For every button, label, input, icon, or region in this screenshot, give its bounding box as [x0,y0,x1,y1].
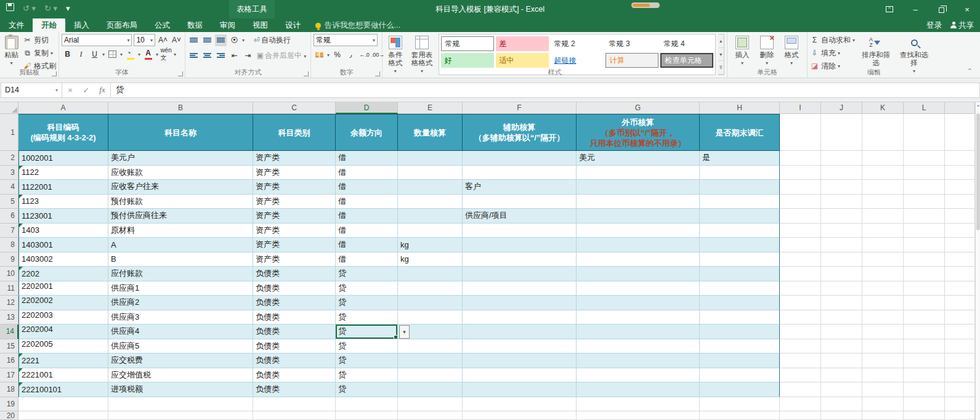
cell[interactable]: 负债类 [253,310,336,325]
close-icon[interactable]: × [954,0,980,18]
row-header-9[interactable]: 9 [0,252,18,267]
cell[interactable]: kg [398,238,463,252]
header-cell-auxiliary-accounting[interactable]: 辅助核算（多辅助核算以“/”隔开） [463,114,577,151]
gallery-down-icon[interactable]: ▼ [718,48,724,62]
font-color-icon[interactable]: A [142,49,154,60]
cell[interactable] [862,252,904,267]
cell[interactable] [904,180,945,195]
cell[interactable] [700,310,780,325]
cell[interactable] [700,224,780,238]
row-header-15[interactable]: 15 [0,339,18,354]
cell[interactable]: 资产类 [253,195,336,209]
cell[interactable] [862,310,904,325]
increase-font-icon[interactable]: A˄ [157,34,169,46]
cell[interactable] [398,339,463,354]
cell[interactable] [398,180,463,195]
alignment-dialog-launcher-icon[interactable] [304,71,309,76]
customize-qat-icon[interactable]: ▾ [66,4,70,13]
cell[interactable] [577,382,700,397]
cell[interactable] [862,267,904,281]
cell[interactable]: 原材料 [108,224,253,238]
ribbon-display-options-icon[interactable] [877,0,902,18]
name-box-dropdown-icon[interactable]: ▾ [55,87,58,93]
accounting-format-icon[interactable]: 💴 [314,49,325,61]
cell[interactable] [780,252,821,267]
cell[interactable]: 资产类 [253,166,336,180]
cell[interactable]: 应收客户往来 [108,180,253,195]
cell[interactable] [862,411,904,420]
cell[interactable] [700,195,780,209]
cell[interactable] [821,382,862,397]
cell[interactable] [780,411,821,420]
cell[interactable]: 2202005 [18,339,108,354]
column-header-K[interactable]: K [862,102,904,114]
cell[interactable]: 贷 [336,382,398,397]
share-button[interactable]: 共享 [950,20,974,31]
cell[interactable] [780,397,821,412]
cell[interactable] [398,382,463,397]
cell[interactable] [904,368,945,383]
cell[interactable] [904,209,945,224]
row-header-6[interactable]: 6 [0,209,18,224]
cell[interactable] [577,252,700,267]
cell[interactable] [821,310,862,325]
cut-button[interactable]: ✂剪切 [23,34,56,46]
cell[interactable]: 负债类 [253,325,336,339]
cell[interactable] [780,296,821,310]
header-cell-subject-code[interactable]: 科目编码(编码规则 4-3-2-2) [18,114,108,151]
cell[interactable] [904,382,945,397]
empty-cell[interactable] [780,114,821,151]
cell[interactable] [862,397,904,412]
cell[interactable]: 贷 [336,267,398,281]
tab-home[interactable]: 开始 [33,18,65,32]
cell[interactable]: 2202003 [18,310,108,325]
cell[interactable] [904,281,945,296]
cell[interactable] [463,296,577,310]
cell[interactable]: kg [398,252,463,267]
cell[interactable]: 资产类 [253,252,336,267]
cell[interactable] [700,252,780,267]
cell[interactable] [945,353,975,368]
cell[interactable]: 借 [336,195,398,209]
cell[interactable] [463,397,577,412]
cell[interactable] [463,151,577,166]
undo-icon[interactable]: ↺ ▾ [23,4,36,13]
cell[interactable]: 贷 [336,339,398,354]
cell[interactable]: 应交税费 [108,353,253,368]
align-center-icon[interactable] [201,50,213,62]
align-right-icon[interactable] [215,50,227,62]
cell[interactable]: 2202002 [18,296,108,310]
cell[interactable] [463,281,577,296]
cell[interactable] [398,353,463,368]
cell[interactable] [700,166,780,180]
column-header-I[interactable]: I [780,102,821,114]
cell[interactable]: 资产类 [253,238,336,252]
fill-color-icon[interactable]: ◔ [124,49,136,60]
cell[interactable] [945,166,975,180]
cell[interactable] [700,281,780,296]
cell[interactable] [700,209,780,224]
cell[interactable]: 供应商1 [108,281,253,296]
row-header-2[interactable]: 2 [0,151,18,166]
cell[interactable]: 应收账款 [108,166,253,180]
decrease-indent-icon[interactable]: ⇤ [229,50,240,62]
cell[interactable] [780,238,821,252]
cell[interactable]: 负债类 [253,353,336,368]
cell[interactable] [700,411,780,420]
cell[interactable] [700,382,780,397]
cell[interactable] [821,209,862,224]
cell[interactable] [463,325,577,339]
cell[interactable]: 资产类 [253,180,336,195]
cell[interactable] [398,281,463,296]
number-dialog-launcher-icon[interactable] [375,71,380,76]
cell[interactable] [700,325,780,339]
row-header-13[interactable]: 13 [0,310,18,325]
cell-style-check-cell[interactable]: 检查单元格 [660,53,713,68]
cell[interactable]: 借 [336,151,398,166]
tab-design[interactable]: 设计 [277,18,309,32]
cell[interactable]: 美元户 [108,151,253,166]
cell[interactable] [904,310,945,325]
cell[interactable]: 预付供应商往来 [108,209,253,224]
autosum-button[interactable]: Σ自动求和 ▾ [810,34,855,46]
cell[interactable] [862,296,904,310]
